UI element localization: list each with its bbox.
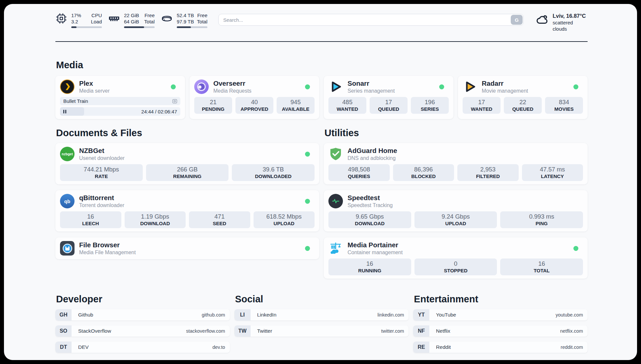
bookmark-abbr: GH [55, 309, 72, 320]
ram-total-label: Total [144, 19, 155, 25]
stat-value: 471 [190, 213, 249, 221]
stat-wanted: 485 WANTED [328, 97, 366, 114]
stat-value: 17 [371, 98, 406, 106]
overseerr-logo-icon [194, 79, 209, 94]
stat-queued: 17 QUEUED [370, 97, 408, 114]
app-title: NZBGet [79, 146, 305, 155]
stat-label: FILTERED [459, 173, 517, 179]
app-card-sonarr[interactable]: Sonarr Series management 485 WANTED 17 Q… [324, 76, 453, 119]
now-playing-row: Bullet Train [60, 97, 180, 105]
disk-total-label: Total [197, 19, 207, 25]
plex-logo-icon [60, 79, 75, 94]
cpu-load-average: 3.2 [71, 19, 81, 25]
stat-label: APPROVED [237, 106, 272, 112]
stat-label: DOWNLOAD [330, 221, 410, 227]
status-online-dot [305, 152, 310, 157]
stat-label: DOWNLOADED [233, 173, 313, 179]
nzbget-logo-icon: nzbget [60, 147, 75, 161]
app-card-filebrowser[interactable]: File Browser Media File Management [55, 237, 319, 259]
stat-leech: 16 LEECH [60, 211, 121, 228]
documents-column: Documents & Files nzbget NZBGet Usenet d… [55, 128, 319, 259]
status-online-dot [305, 84, 310, 89]
stat-value: 744.21 Mbps [61, 166, 141, 173]
bookmark-abbr: SO [55, 325, 72, 337]
stat-remaining: 266 GB REMAINING [146, 164, 229, 181]
stat-value: 17 [464, 98, 499, 106]
bookmark-name: Netflix [429, 325, 560, 337]
bookmark-stackoverflow[interactable]: SO StackOverflow stackoverflow.com [55, 325, 230, 337]
stat-value: 196 [412, 98, 447, 106]
stat-seed: 471 SEED [189, 211, 250, 228]
app-card-overseerr[interactable]: Overseerr Media Requests 21 PENDING 40 A… [190, 76, 319, 119]
social-column: Social LI LinkedIn linkedin.com TW Twitt… [234, 294, 409, 337]
bookmark-youtube[interactable]: YT YouTube youtube.com [413, 309, 588, 320]
stat-value: 266 GB [147, 166, 228, 173]
bookmark-name: Twitter [251, 325, 381, 337]
stat-label: SERIES [412, 106, 447, 112]
sonarr-logo-icon [328, 79, 343, 94]
app-card-nzbget[interactable]: nzbget NZBGet Usenet downloader 744.21 M… [55, 143, 319, 184]
status-online-dot [573, 84, 578, 89]
app-subtitle: Usenet downloader [79, 155, 305, 162]
bookmark-github[interactable]: GH Github github.com [55, 309, 230, 320]
stat-label: PENDING [196, 106, 231, 112]
stat-queries: 498,508 QUERIES [328, 164, 390, 181]
stat-upload: 9.24 Gbps UPLOAD [414, 211, 497, 228]
stat-label: DOWNLOAD [126, 221, 185, 227]
app-title: Radarr [482, 79, 573, 88]
app-card-speedtest[interactable]: Speedtest Speedtest Tracking 9.65 Gbps D… [324, 190, 588, 231]
ram-progress-bar [124, 26, 155, 28]
stat-value: 86,396 [394, 166, 453, 173]
section-title-social: Social [235, 294, 409, 305]
stat-value: 0.993 ms [502, 213, 582, 221]
ram-icon [108, 13, 120, 24]
stat-label: TOTAL [502, 268, 582, 274]
bookmark-netflix[interactable]: NF Netflix netflix.com [413, 325, 588, 337]
dashboard-page: 17% 3.2 CPU Load [4, 4, 637, 360]
stat-label: REMAINING [147, 173, 228, 179]
app-card-portainer[interactable]: Media Portainer Container management 16 … [324, 237, 588, 279]
stat-downloaded: 39.6 TB DOWNLOADED [232, 164, 315, 181]
stat-label: BLOCKED [394, 173, 453, 179]
search-engine-button[interactable]: G [511, 15, 523, 25]
bookmark-reddit[interactable]: RE Reddit reddit.com [413, 342, 588, 353]
filebrowser-logo-icon [60, 241, 75, 256]
app-card-qbittorrent[interactable]: qb qBittorrent Torrent downloader 16 LEE… [55, 190, 319, 231]
stat-label: AVAILABLE [278, 106, 313, 112]
developer-column: Developer GH Github github.com SO StackO… [55, 294, 230, 353]
bookmark-url: reddit.com [561, 342, 588, 353]
disk-free-label: Free [197, 13, 207, 19]
search-input[interactable] [218, 14, 524, 26]
ram-free-label: Free [144, 13, 155, 19]
stat-value: 618.52 Mbps [255, 213, 314, 221]
app-card-plex[interactable]: Plex Media server Bullet Train 24:44 / 0… [55, 76, 185, 119]
bookmark-linkedin[interactable]: LI LinkedIn linkedin.com [234, 309, 409, 320]
stat-label: RATE [61, 173, 141, 179]
cpu-load-label: Load [91, 19, 102, 25]
section-title-media: Media [56, 60, 588, 71]
disk-free-value: 52.4 TB [177, 13, 194, 19]
adguard-logo-icon [328, 147, 343, 161]
stat-value: 39.6 TB [233, 166, 313, 173]
pause-icon[interactable] [63, 110, 66, 113]
section-title-utilities: Utilities [324, 128, 588, 138]
disk-icon [161, 13, 173, 24]
bookmark-url: twitter.com [381, 325, 409, 337]
stat-approved: 40 APPROVED [235, 97, 273, 114]
section-title-documents: Documents & Files [56, 128, 319, 138]
session-screen-icon[interactable] [172, 98, 178, 104]
search-bar: G [218, 14, 524, 26]
stat-movies: 834 MOVIES [545, 97, 583, 114]
app-title: Media Portainer [348, 241, 573, 249]
bookmark-abbr: TW [234, 325, 251, 337]
stat-label: QUEUED [371, 106, 406, 112]
bookmark-abbr: RE [413, 342, 429, 353]
app-card-adguard[interactable]: AdGuard Home DNS and adblocking 498,508 … [324, 143, 588, 184]
stat-value: 22 [505, 98, 540, 106]
bookmark-dev[interactable]: DT DEV dev.to [55, 342, 230, 353]
disk-progress-bar [177, 26, 207, 28]
ram-widget: 22 GiB 64 GiB Free Total [108, 13, 155, 28]
bookmark-abbr: YT [413, 309, 429, 320]
app-card-radarr[interactable]: Radarr Movie management 17 WANTED 22 QUE… [458, 76, 588, 119]
bookmark-twitter[interactable]: TW Twitter twitter.com [234, 325, 409, 337]
